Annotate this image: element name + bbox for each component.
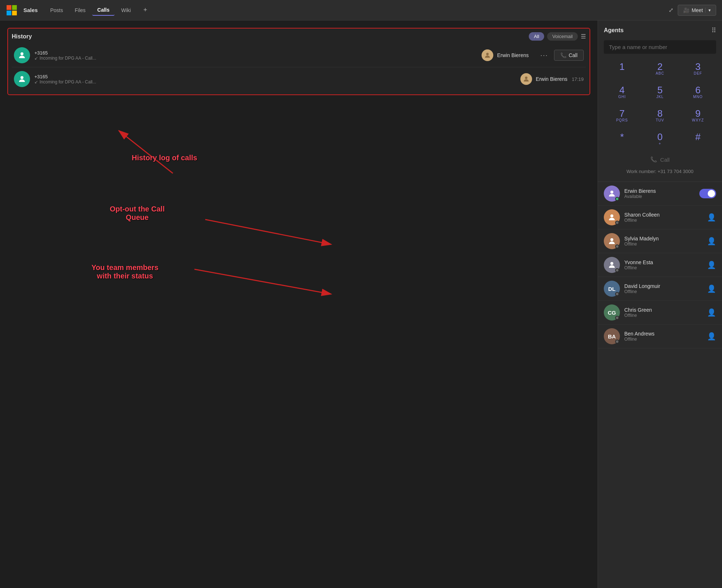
agent-action-icon[interactable]: 👤 bbox=[707, 237, 716, 246]
dial-key-2[interactable]: 2 ABC bbox=[642, 58, 678, 80]
toggle-switch[interactable] bbox=[699, 189, 716, 198]
agent-row: Sylvia Madelyn Offline 👤 bbox=[598, 229, 722, 253]
nav-calls[interactable]: Calls bbox=[92, 5, 115, 16]
dial-key-1[interactable]: 1 bbox=[604, 58, 640, 80]
svg-line-11 bbox=[194, 269, 331, 294]
call-button[interactable]: 📞 Call bbox=[554, 50, 584, 61]
agent-avatar-wrap bbox=[604, 209, 620, 225]
meet-button[interactable]: 🎥 Meet ▾ bbox=[678, 5, 716, 16]
history-section: History All Voicemail ☰ +3165 bbox=[7, 28, 590, 95]
agent-name: Ben Andrews bbox=[624, 331, 703, 337]
agent-row: Yvonne Esta Offline 👤 bbox=[598, 253, 722, 277]
caller-avatar bbox=[14, 47, 30, 63]
nav-files[interactable]: Files bbox=[70, 5, 91, 15]
status-dot-offline bbox=[615, 316, 619, 320]
call-subtitle: ↙ Incoming for DPG AA - Call... bbox=[34, 79, 516, 85]
dial-key-3[interactable]: 3 DEF bbox=[680, 58, 716, 80]
more-options-button[interactable]: ··· bbox=[538, 50, 551, 61]
dial-key-6[interactable]: 6 MNO bbox=[680, 82, 716, 104]
svg-point-6 bbox=[20, 76, 23, 79]
right-panel: Agents ⠿ 1 2 ABC 3 DEF bbox=[598, 20, 722, 588]
agent-name: Yvonne Esta bbox=[624, 259, 703, 265]
caller-avatar bbox=[14, 71, 30, 87]
agent-status: Offline bbox=[624, 265, 703, 270]
agent-row: Sharon Colleen Offline 👤 bbox=[598, 206, 722, 229]
call-row: +3165 ↙ Incoming for DPG AA - Call... Er… bbox=[12, 44, 586, 67]
dial-key-star[interactable]: * bbox=[604, 128, 640, 150]
phone-icon: 📞 bbox=[650, 156, 657, 163]
svg-line-10 bbox=[205, 220, 331, 244]
dial-call-button[interactable]: 📞 Call bbox=[604, 153, 716, 166]
app-name: Sales bbox=[23, 7, 38, 13]
phone-icon: 📞 bbox=[560, 52, 566, 58]
call-label: Call bbox=[660, 157, 670, 163]
call-contact: Erwin Bierens bbox=[520, 73, 567, 85]
agent-action-icon[interactable]: 👤 bbox=[707, 308, 716, 317]
agent-row: Erwin Bierens Available bbox=[598, 182, 722, 206]
nav-wiki[interactable]: Wiki bbox=[116, 5, 136, 15]
call-info: +3165 ↙ Incoming for DPG AA - Call... bbox=[34, 74, 516, 85]
call-info: +3165 ↙ Incoming for DPG AA - Call... bbox=[34, 50, 477, 61]
call-number: +3165 bbox=[34, 74, 516, 79]
meet-label: Meet bbox=[692, 7, 703, 13]
agent-row: CG Chris Green Offline 👤 bbox=[598, 301, 722, 325]
agents-title: Agents bbox=[604, 27, 624, 34]
agent-avatar-wrap bbox=[604, 233, 620, 249]
work-number: Work number: +31 73 704 3000 bbox=[604, 166, 716, 179]
svg-point-15 bbox=[610, 262, 613, 265]
agent-info: David Longmuir Offline bbox=[624, 283, 703, 294]
dial-key-hash[interactable]: # bbox=[680, 128, 716, 150]
svg-rect-1 bbox=[12, 5, 17, 10]
agent-avatar-wrap bbox=[604, 257, 620, 273]
contact-avatar bbox=[482, 49, 493, 61]
call-subtitle: ↙ Incoming for DPG AA - Call... bbox=[34, 56, 477, 61]
topbar: Sales Posts Files Calls Wiki + ⤢ 🎥 Meet … bbox=[0, 0, 722, 20]
agent-name: Chris Green bbox=[624, 307, 703, 313]
filter-voicemail-button[interactable]: Voicemail bbox=[547, 32, 578, 41]
contact-name: Erwin Bierens bbox=[497, 52, 528, 58]
agent-info: Ben Andrews Offline bbox=[624, 331, 703, 342]
agent-row: BA Ben Andrews Offline 👤 bbox=[598, 325, 722, 348]
call-row: +3165 ↙ Incoming for DPG AA - Call... Er… bbox=[12, 67, 586, 91]
dial-key-4[interactable]: 4 GHI bbox=[604, 82, 640, 104]
svg-point-5 bbox=[486, 53, 489, 55]
svg-point-12 bbox=[610, 191, 613, 194]
incoming-icon: ↙ bbox=[34, 79, 38, 85]
call-actions: ··· 📞 Call bbox=[538, 50, 584, 61]
status-dot-offline bbox=[615, 244, 619, 248]
agent-action-icon[interactable]: 👤 bbox=[707, 332, 716, 341]
svg-point-4 bbox=[20, 52, 23, 55]
agent-avatar-wrap: DL bbox=[604, 281, 620, 297]
call-label: Call bbox=[569, 52, 577, 58]
dial-key-5[interactable]: 5 JKL bbox=[642, 82, 678, 104]
svg-point-7 bbox=[525, 76, 528, 79]
filter-icon[interactable]: ☰ bbox=[581, 33, 586, 40]
dial-key-8[interactable]: 8 TUV bbox=[642, 105, 678, 127]
contact-avatar bbox=[520, 73, 532, 85]
dial-key-9[interactable]: 9 WXYZ bbox=[680, 105, 716, 127]
chevron-down-icon[interactable]: ▾ bbox=[705, 8, 711, 13]
agent-row: DL David Longmuir Offline 👤 bbox=[598, 277, 722, 301]
agent-name: Sylvia Madelyn bbox=[624, 236, 703, 241]
agent-action-icon[interactable]: 👤 bbox=[707, 261, 716, 269]
agent-info: Sylvia Madelyn Offline bbox=[624, 236, 703, 247]
status-dot-offline bbox=[615, 292, 619, 296]
call-contact: Erwin Bierens bbox=[482, 49, 528, 61]
add-tab-button[interactable]: + bbox=[141, 5, 150, 15]
svg-rect-2 bbox=[7, 11, 11, 15]
annotation-team: You team memberswith their status bbox=[91, 263, 158, 280]
svg-rect-0 bbox=[7, 5, 11, 10]
agent-avatar-wrap: CG bbox=[604, 304, 620, 321]
dial-key-7[interactable]: 7 PQRS bbox=[604, 105, 640, 127]
grid-icon[interactable]: ⠿ bbox=[711, 26, 716, 34]
agent-action-icon[interactable]: 👤 bbox=[707, 213, 716, 222]
dialpad-input[interactable] bbox=[604, 40, 716, 54]
agent-name: Sharon Colleen bbox=[624, 212, 703, 218]
expand-icon[interactable]: ⤢ bbox=[669, 7, 673, 14]
status-dot-offline bbox=[615, 340, 619, 344]
filter-all-button[interactable]: All bbox=[529, 32, 544, 41]
dial-key-0[interactable]: 0 + bbox=[642, 128, 678, 150]
agent-action-icon[interactable]: 👤 bbox=[707, 284, 716, 293]
nav-posts[interactable]: Posts bbox=[45, 5, 68, 15]
agent-status: Available bbox=[624, 194, 695, 199]
